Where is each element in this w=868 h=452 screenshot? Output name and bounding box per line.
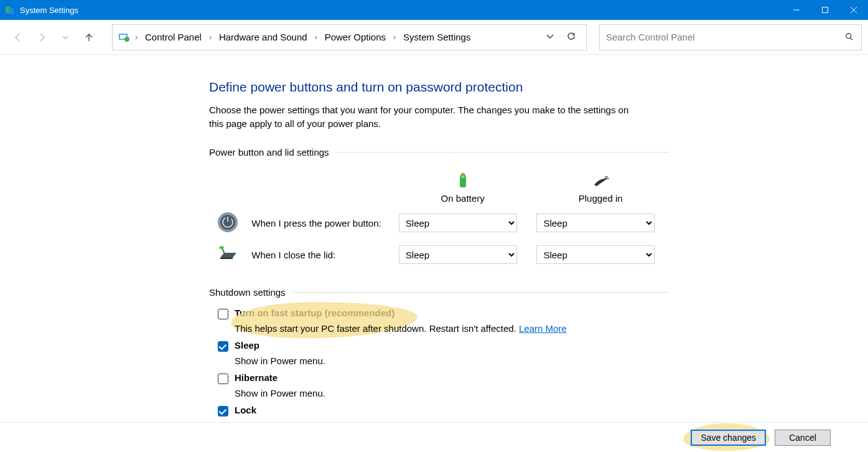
svg-rect-12 <box>461 173 465 176</box>
battery-icon <box>453 171 473 191</box>
app-icon <box>5 5 15 15</box>
shutdown-settings-list: Turn on fast startup (recommended) This … <box>209 308 670 423</box>
history-dropdown-icon[interactable] <box>545 31 555 43</box>
row-power-button-label: When I press the power button: <box>246 207 394 239</box>
minimize-button[interactable] <box>782 0 811 20</box>
chevron-right-icon: › <box>134 33 139 42</box>
sleep-label: Sleep <box>235 340 259 351</box>
svg-point-13 <box>461 176 465 177</box>
search-box[interactable] <box>599 24 862 50</box>
toolbar: › Control Panel › Hardware and Sound › P… <box>0 20 868 55</box>
plug-icon <box>590 171 610 191</box>
power-button-battery-select[interactable]: Sleep <box>399 214 517 232</box>
svg-rect-1 <box>9 8 14 14</box>
window-title: System Settings <box>20 6 78 15</box>
chevron-right-icon: › <box>392 33 397 42</box>
annotation-highlight <box>231 300 418 339</box>
recent-button[interactable] <box>56 28 75 47</box>
chevron-right-icon: › <box>314 33 319 42</box>
titlebar: System Settings <box>0 0 868 20</box>
breadcrumb-item[interactable]: System Settings <box>401 31 473 44</box>
main-content: Define power buttons and turn on passwor… <box>0 55 868 422</box>
section-shutdown-heading: Shutdown settings <box>209 287 670 298</box>
row-close-lid-label: When I close the lid: <box>246 239 394 271</box>
hibernate-desc: Show in Power menu. <box>235 388 670 398</box>
hibernate-checkbox[interactable] <box>218 374 228 384</box>
refresh-icon[interactable] <box>566 31 576 43</box>
search-input[interactable] <box>606 32 845 42</box>
svg-line-10 <box>851 37 853 40</box>
maximize-button[interactable] <box>811 0 839 20</box>
power-button-icon <box>217 211 239 233</box>
chevron-right-icon: › <box>208 33 213 42</box>
column-header-battery: On battery <box>399 193 527 204</box>
close-button[interactable] <box>839 0 868 20</box>
svg-marker-20 <box>220 253 236 258</box>
close-lid-battery-select[interactable]: Sleep <box>399 245 517 264</box>
svg-marker-21 <box>220 258 233 259</box>
svg-rect-3 <box>823 7 828 13</box>
fast-startup-checkbox[interactable] <box>218 309 228 319</box>
lock-checkbox[interactable] <box>218 406 228 417</box>
breadcrumb-item[interactable]: Hardware and Sound <box>217 31 310 44</box>
power-button-plugged-select[interactable]: Sleep <box>536 214 655 232</box>
breadcrumb-item[interactable]: Control Panel <box>142 31 204 44</box>
sleep-desc: Show in Power menu. <box>235 355 670 366</box>
up-button[interactable] <box>80 28 98 47</box>
footer: Save changes Cancel <box>0 422 868 452</box>
svg-point-9 <box>846 33 851 38</box>
forward-button[interactable] <box>32 28 51 47</box>
breadcrumb-bar[interactable]: › Control Panel › Hardware and Sound › P… <box>112 24 587 50</box>
svg-point-8 <box>124 37 129 42</box>
column-header-plugged: Plugged in <box>536 193 665 204</box>
save-button[interactable]: Save changes <box>691 430 766 446</box>
page-title: Define power buttons and turn on passwor… <box>209 80 670 95</box>
learn-more-link[interactable]: Learn More <box>519 323 567 334</box>
lock-label: Lock <box>235 405 256 415</box>
cancel-button[interactable]: Cancel <box>775 430 831 446</box>
hibernate-label: Hibernate <box>235 372 278 383</box>
page-subtitle: Choose the power settings that you want … <box>209 103 645 131</box>
back-button[interactable] <box>9 28 27 47</box>
breadcrumb-item[interactable]: Power Options <box>322 31 388 44</box>
control-panel-icon <box>118 31 130 44</box>
power-settings-table: On battery Plugged in When I press the p… <box>209 167 670 271</box>
svg-rect-15 <box>606 178 609 179</box>
window-controls <box>782 0 868 20</box>
svg-rect-14 <box>605 176 608 177</box>
fast-startup-desc: This helps start your PC faster after sh… <box>235 323 519 334</box>
section-power-heading: Power button and lid settings <box>209 147 670 158</box>
lid-icon <box>217 243 239 265</box>
sleep-checkbox[interactable] <box>218 341 228 352</box>
search-icon[interactable] <box>845 32 855 42</box>
close-lid-plugged-select[interactable]: Sleep <box>536 245 655 264</box>
